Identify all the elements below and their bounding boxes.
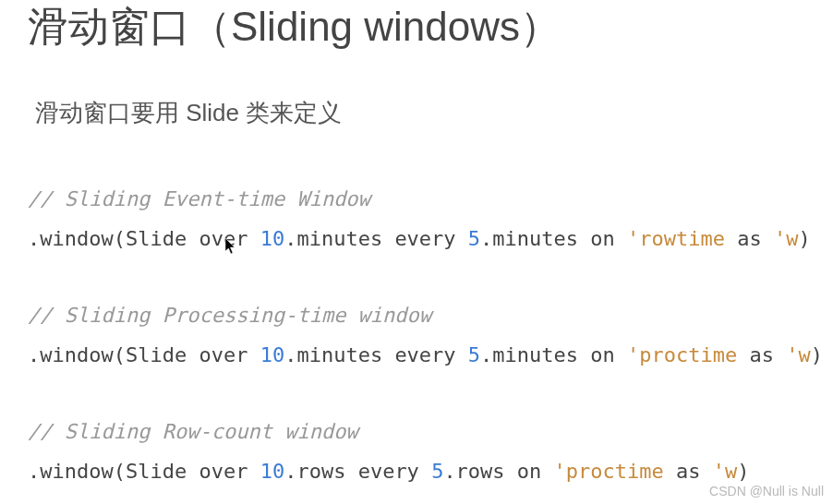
code-area: // Sliding Event-time Window .window(Sli… bbox=[28, 180, 805, 491]
page-subtitle: 滑动窗口要用 Slide 类来定义 bbox=[35, 97, 805, 129]
code-line: .window(Slide over 10.rows every 5.rows … bbox=[28, 452, 805, 492]
page-title: 滑动窗口（Sliding windows） bbox=[28, 0, 805, 53]
code-line: .window(Slide over 10.minutes every 5.mi… bbox=[28, 336, 805, 376]
code-line: .window(Slide over 10.minutes every 5.mi… bbox=[28, 220, 805, 259]
code-comment: // Sliding Event-time Window bbox=[28, 180, 805, 220]
code-comment: // Sliding Processing-time window bbox=[28, 296, 805, 336]
code-block-event-time: // Sliding Event-time Window .window(Sli… bbox=[28, 180, 805, 259]
watermark-text: CSDN @Null is Null bbox=[709, 484, 824, 498]
code-block-processing-time: // Sliding Processing-time window .windo… bbox=[28, 296, 805, 376]
code-comment: // Sliding Row-count window bbox=[28, 413, 805, 452]
code-block-row-count: // Sliding Row-count window .window(Slid… bbox=[28, 413, 805, 492]
